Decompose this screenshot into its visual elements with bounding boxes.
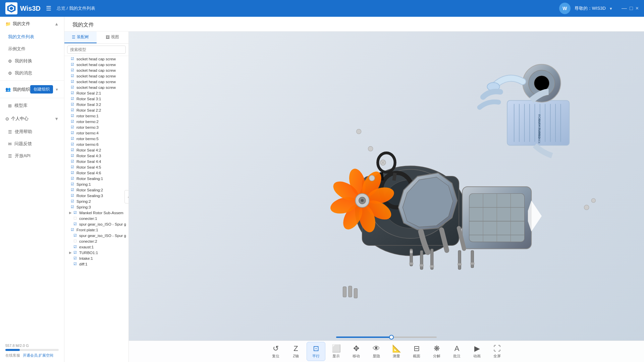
tree-item[interactable]: ☑Spring:3 — [64, 204, 128, 210]
tree-item[interactable]: ☑socket head cap screw — [64, 84, 128, 90]
online-service-link[interactable]: 在线客服 — [5, 353, 20, 358]
tree-item-checkbox[interactable]: ☑ — [71, 125, 75, 129]
sidebar-item-my-messages[interactable]: ⚙ 我的消息 — [0, 67, 64, 79]
tree-item-checkbox[interactable]: ☑ — [71, 182, 75, 186]
sidebar-item-my-files-list[interactable]: 我的文件列表 — [0, 31, 64, 43]
tree-item[interactable]: ☑Spring:1 — [64, 181, 128, 187]
tree-item-checkbox[interactable]: ☑ — [73, 262, 78, 266]
tree-item-checkbox[interactable]: ☑ — [71, 193, 75, 198]
tree-item[interactable]: ☑socket head cap screw — [64, 73, 128, 79]
tree-item-checkbox[interactable]: ☑ — [71, 148, 75, 152]
tree-item-checkbox[interactable]: ☑ — [71, 74, 75, 78]
maximize-button[interactable]: □ — [630, 5, 633, 11]
sidebar-item-help[interactable]: ☰ 使用帮助 — [0, 126, 64, 138]
tree-item-checkbox[interactable]: ☑ — [73, 245, 78, 249]
tree-item[interactable]: ☑socket head cap screw — [64, 62, 128, 67]
tree-item[interactable]: ☑Rotor Sealing:3 — [64, 193, 128, 198]
tree-item[interactable]: ☑rotor berno:5 — [64, 136, 128, 141]
toolbar-item-display[interactable]: ⬜显示 — [327, 342, 345, 361]
toolbar-item-section[interactable]: ⊟截面 — [407, 342, 426, 361]
tree-item-checkbox[interactable]: ☑ — [71, 176, 75, 181]
tree-item-checkbox[interactable]: ☑ — [73, 210, 78, 215]
tree-item-checkbox[interactable]: ☑ — [73, 222, 78, 226]
tree-item-checkbox[interactable]: ☐ — [73, 216, 78, 221]
search-input[interactable] — [67, 46, 126, 54]
toolbar-item-annotate[interactable]: A批注 — [447, 342, 466, 361]
toolbar-item-animate[interactable]: ▶动画 — [468, 342, 486, 361]
tree-item-checkbox[interactable]: ☑ — [71, 199, 75, 203]
toolbar-item-zaxis[interactable]: ZZ轴 — [286, 342, 305, 361]
tree-collapse-arrow[interactable]: ‹ — [124, 190, 129, 203]
toolbar-item-fullscreen[interactable]: ⛶全屏 — [488, 342, 506, 361]
sidebar-item-my-convert[interactable]: ⚙ 我的转换 — [0, 55, 64, 67]
tree-item[interactable]: ☑Spring:2 — [64, 198, 128, 204]
sidebar-item-model-library[interactable]: ⊞ 模型库 — [0, 100, 64, 112]
tree-item-checkbox[interactable]: ☑ — [71, 57, 75, 61]
tree-item[interactable]: ☑Rotor Seal 3:1 — [64, 96, 128, 102]
tree-item-checkbox[interactable]: ☑ — [71, 114, 75, 118]
tree-item-checkbox[interactable]: ☑ — [71, 79, 75, 84]
tab-assembly[interactable]: ☰ 装配树 — [64, 32, 97, 43]
create-group-button[interactable]: 创建组织 — [30, 85, 53, 94]
tree-item[interactable]: ☑exaust:1 — [64, 244, 128, 250]
tree-item[interactable]: ☑rotor berno:3 — [64, 124, 128, 130]
tree-item[interactable]: ☑Rotor Seal 3:2 — [64, 102, 128, 107]
user-dropdown-icon[interactable]: ▾ — [610, 6, 612, 11]
tree-item-checkbox[interactable]: ☑ — [71, 108, 75, 112]
tab-views[interactable]: 🖼 视图 — [97, 32, 129, 43]
tree-item-checkbox[interactable]: ☑ — [73, 233, 78, 238]
tree-item[interactable]: ▶☑TURBO1:1 — [64, 250, 128, 255]
sidebar-item-my-groups[interactable]: 👥 我的组织 创建组织 ▼ — [0, 82, 64, 97]
tree-item[interactable]: ☑Rotor Seal 4:6 — [64, 170, 128, 176]
tree-item[interactable]: ☑spur gear_iso_ISO - Spur g — [64, 221, 128, 227]
breadcrumb-home[interactable]: 总览 — [57, 6, 65, 11]
toolbar-item-move[interactable]: ✥移动 — [347, 342, 366, 361]
tree-item[interactable]: ☑rotor berno:4 — [64, 130, 128, 136]
tree-item-checkbox[interactable]: ☑ — [71, 97, 75, 101]
tree-item[interactable]: ☑rotor berno:2 — [64, 119, 128, 124]
toolbar-item-hide[interactable]: 👁显隐 — [367, 342, 386, 361]
progress-slider[interactable] — [336, 337, 437, 338]
tree-item-checkbox[interactable]: ☑ — [71, 62, 75, 67]
tree-item[interactable]: ☑Rotor Seal 4:2 — [64, 147, 128, 153]
tree-item[interactable]: ☑socket head cap screw — [64, 67, 128, 73]
tree-item[interactable]: ☑socket head cap screw — [64, 56, 128, 62]
tree-item-checkbox[interactable]: ☑ — [71, 165, 75, 169]
tree-item-checkbox[interactable]: ☑ — [71, 188, 75, 192]
sidebar-item-feedback[interactable]: ✉ 问题反馈 — [0, 138, 64, 150]
tree-item[interactable]: ☑rotor berno:6 — [64, 141, 128, 147]
tree-item-checkbox[interactable]: ☐ — [73, 239, 78, 243]
tree-expand-icon[interactable]: ▶ — [69, 211, 72, 215]
toolbar-item-parallel[interactable]: ⊡平行 — [307, 342, 325, 361]
tree-item[interactable]: ☐conecter:1 — [64, 216, 128, 221]
upgrade-link[interactable]: 开通会员,扩展空间 — [23, 353, 53, 358]
tree-item[interactable]: ☑Rotor Seal 2:2 — [64, 107, 128, 113]
toolbar-item-reset[interactable]: ↺复位 — [266, 342, 285, 361]
tree-item-checkbox[interactable]: ☑ — [71, 85, 75, 89]
tree-item[interactable]: ☑diff:1 — [64, 261, 128, 267]
minimize-button[interactable]: — — [622, 5, 627, 11]
tree-item[interactable]: ▶☑Wankel Rotor Sub-Assem — [64, 210, 128, 216]
menu-icon[interactable]: ☰ — [46, 5, 51, 12]
tree-item[interactable]: ☐conecter:2 — [64, 238, 128, 244]
tree-item-checkbox[interactable]: ☑ — [71, 171, 75, 175]
tree-item-checkbox[interactable]: ☑ — [71, 136, 75, 141]
tree-item[interactable]: ☑Rotor Sealing:1 — [64, 176, 128, 181]
tree-item[interactable]: ☑spur gear_iso_ISO - Spur g — [64, 233, 128, 238]
tree-item[interactable]: ☑Front plate:1 — [64, 227, 128, 233]
sidebar-personal-center-header[interactable]: ⊙ 个人中心 ▼ — [0, 112, 64, 126]
tree-item-checkbox[interactable]: ☑ — [71, 91, 75, 95]
sidebar-item-open-api[interactable]: ☰ 开放API — [0, 150, 64, 162]
tree-item-checkbox[interactable]: ☑ — [71, 102, 75, 107]
tree-item[interactable]: ☑rotor berno:1 — [64, 113, 128, 119]
tree-item-checkbox[interactable]: ☑ — [71, 131, 75, 135]
tree-item-checkbox[interactable]: ☑ — [71, 159, 75, 164]
tree-expand-icon[interactable]: ▶ — [69, 251, 72, 254]
toolbar-item-measure[interactable]: 📐测量 — [387, 342, 406, 361]
tree-item-checkbox[interactable]: ☑ — [71, 205, 75, 209]
tree-item-checkbox[interactable]: ☑ — [73, 250, 78, 255]
sidebar-item-example-files[interactable]: 示例文件 — [0, 43, 64, 55]
tree-item[interactable]: ☑Rotor Sealing:2 — [64, 187, 128, 193]
tree-item-checkbox[interactable]: ☑ — [71, 228, 75, 232]
tree-item[interactable]: ☑Rotor Seal 2:1 — [64, 90, 128, 96]
